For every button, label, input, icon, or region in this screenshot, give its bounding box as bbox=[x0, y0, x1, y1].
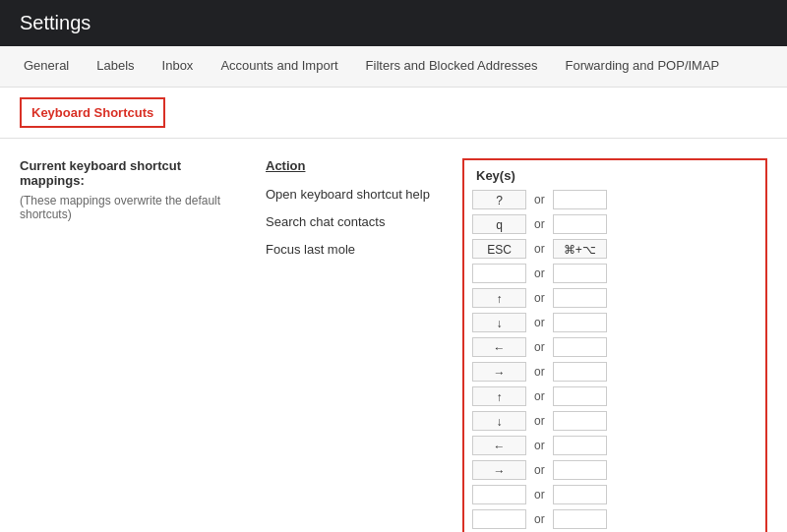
content-area: Current keyboard shortcut mappings: (The… bbox=[0, 139, 787, 532]
action-item bbox=[266, 346, 443, 374]
key-display: ↓ bbox=[472, 313, 526, 332]
shortcut-row: q or bbox=[472, 213, 757, 235]
key-input[interactable] bbox=[553, 264, 607, 283]
shortcut-row: or bbox=[472, 263, 757, 284]
action-item bbox=[266, 484, 443, 511]
tab-general[interactable]: General bbox=[10, 46, 83, 87]
shortcuts-panel: Key(s) ? or q or ESC or ⌘+⌥ or ↑ or bbox=[462, 158, 767, 532]
keyboard-shortcuts-tab[interactable]: Keyboard Shortcuts bbox=[20, 97, 165, 128]
key-input[interactable] bbox=[553, 362, 607, 382]
action-item: Search chat contacts bbox=[266, 208, 443, 236]
shortcut-row: ↓ or bbox=[472, 312, 757, 333]
key-input[interactable] bbox=[472, 509, 526, 529]
or-label: or bbox=[534, 242, 545, 256]
or-label: or bbox=[534, 266, 545, 280]
key-display: ↑ bbox=[472, 288, 526, 308]
or-label: or bbox=[534, 439, 545, 452]
or-label: or bbox=[534, 389, 545, 403]
app-title: Settings bbox=[20, 12, 91, 33]
shortcut-row: or bbox=[472, 484, 757, 505]
action-item bbox=[266, 401, 443, 429]
tab-labels[interactable]: Labels bbox=[83, 46, 148, 87]
app-header: Settings bbox=[0, 0, 787, 46]
key-display: → bbox=[472, 362, 526, 382]
or-label: or bbox=[534, 193, 545, 207]
key-input[interactable] bbox=[553, 190, 607, 209]
shortcut-row: ← or bbox=[472, 336, 757, 358]
key-display: ↓ bbox=[472, 411, 526, 431]
key-display: ← bbox=[472, 436, 526, 455]
left-description: Current keyboard shortcut mappings: (The… bbox=[20, 158, 246, 532]
action-column-header: Action bbox=[266, 158, 443, 173]
action-item bbox=[266, 264, 443, 291]
tab-filters[interactable]: Filters and Blocked Addresses bbox=[352, 46, 552, 87]
action-item bbox=[266, 429, 443, 456]
mappings-subtitle: (These mappings overwrite the default sh… bbox=[20, 194, 246, 221]
tab-accounts[interactable]: Accounts and Import bbox=[207, 46, 351, 87]
nav-tabs: General Labels Inbox Accounts and Import… bbox=[0, 46, 787, 88]
key-input[interactable] bbox=[553, 460, 607, 480]
shortcut-row: → or bbox=[472, 459, 757, 481]
sub-nav: Keyboard Shortcuts bbox=[0, 88, 787, 139]
or-label: or bbox=[534, 217, 545, 231]
key-input[interactable] bbox=[472, 485, 526, 504]
action-item bbox=[266, 374, 443, 401]
action-item bbox=[266, 291, 443, 319]
or-label: or bbox=[534, 463, 545, 477]
or-label: or bbox=[534, 512, 545, 526]
action-item bbox=[266, 456, 443, 484]
key-input[interactable] bbox=[553, 313, 607, 332]
shortcut-row: ? or bbox=[472, 189, 757, 210]
key-input[interactable] bbox=[553, 337, 607, 357]
shortcut-row: or bbox=[472, 508, 757, 530]
key-display: ? bbox=[472, 190, 526, 209]
key-display: ↑ bbox=[472, 386, 526, 406]
action-item bbox=[266, 319, 443, 346]
or-label: or bbox=[534, 340, 545, 354]
key-display: q bbox=[472, 214, 526, 234]
key-alt-display: ⌘+⌥ bbox=[553, 239, 607, 259]
or-label: or bbox=[534, 291, 545, 305]
or-label: or bbox=[534, 414, 545, 428]
key-input[interactable] bbox=[472, 264, 526, 283]
or-label: or bbox=[534, 316, 545, 329]
shortcut-row: → or bbox=[472, 361, 757, 383]
action-item: Focus last mole bbox=[266, 236, 443, 264]
key-input[interactable] bbox=[553, 485, 607, 504]
tab-inbox[interactable]: Inbox bbox=[149, 46, 208, 87]
action-item: Open keyboard shortcut help bbox=[266, 181, 443, 208]
shortcut-row: ↑ or bbox=[472, 287, 757, 309]
shortcut-row: ↓ or bbox=[472, 410, 757, 432]
tab-forwarding[interactable]: Forwarding and POP/IMAP bbox=[551, 46, 733, 87]
key-display: → bbox=[472, 460, 526, 480]
key-input[interactable] bbox=[553, 386, 607, 406]
action-item bbox=[266, 511, 443, 532]
key-input[interactable] bbox=[553, 214, 607, 234]
key-input[interactable] bbox=[553, 411, 607, 431]
key-input[interactable] bbox=[553, 288, 607, 308]
shortcut-row: ↑ or bbox=[472, 385, 757, 407]
key-display: ESC bbox=[472, 239, 526, 259]
mappings-title: Current keyboard shortcut mappings: bbox=[20, 158, 246, 188]
keys-column-header: Key(s) bbox=[472, 168, 757, 183]
or-label: or bbox=[534, 365, 545, 379]
key-input[interactable] bbox=[553, 436, 607, 455]
shortcut-row: ESC or ⌘+⌥ bbox=[472, 238, 757, 260]
shortcut-row: ← or bbox=[472, 435, 757, 456]
or-label: or bbox=[534, 488, 545, 502]
key-display: ← bbox=[472, 337, 526, 357]
key-input[interactable] bbox=[553, 509, 607, 529]
actions-column: Action Open keyboard shortcut help Searc… bbox=[266, 158, 443, 532]
